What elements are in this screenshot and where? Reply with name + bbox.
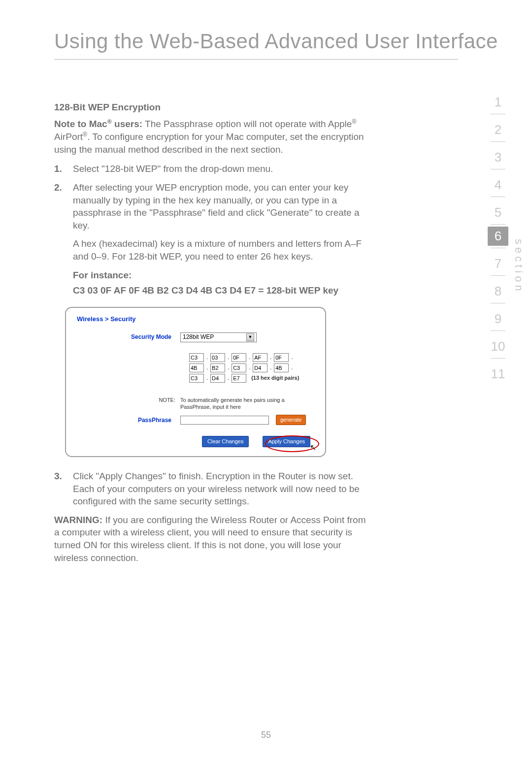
nav-item-9[interactable]: 9	[484, 305, 512, 329]
hex-input[interactable]: 4B	[274, 363, 289, 372]
nav-item-11[interactable]: 11	[484, 361, 512, 384]
breadcrumb: Wireless > Security	[77, 315, 314, 324]
note-mac-body2: AirPort	[54, 132, 83, 142]
warning: WARNING: If you are configuring the Wire…	[54, 514, 369, 564]
reg-icon: ®	[352, 118, 356, 125]
page-number: 55	[0, 730, 532, 740]
hex-input[interactable]: 0F	[232, 353, 246, 362]
step-3-body: Click "Apply Changes" to finish. Encrypt…	[73, 470, 369, 508]
note-mac: Note to Mac® users: The Passphrase optio…	[54, 118, 369, 156]
hex-input[interactable]: 4B	[189, 363, 204, 372]
security-figure: Wireless > Security Security Mode 128bit…	[65, 307, 326, 457]
generate-button[interactable]: generate	[276, 415, 306, 425]
title-rule	[54, 59, 458, 60]
hex-note: (13 hex digit pairs)	[251, 374, 299, 382]
step-2a: After selecting your WEP encryption mode…	[73, 181, 369, 232]
step-2b: A hex (hexadecimal) key is a mixture of …	[73, 237, 369, 263]
section-label: section	[512, 239, 525, 294]
nav-item-4[interactable]: 4	[484, 171, 512, 195]
step-2: 2. After selecting your WEP encryption m…	[54, 181, 369, 297]
note-mac-label: Note to Mac	[54, 119, 107, 129]
chevron-down-icon[interactable]: ▼	[246, 333, 254, 341]
clear-changes-button[interactable]: Clear Changes	[202, 436, 249, 447]
section-nav: 1 2 3 4 5 6 7 8 9 10 11	[484, 89, 512, 384]
reg-icon: ®	[83, 131, 87, 138]
step-2-num: 2.	[54, 181, 73, 297]
security-mode-select[interactable]: 128bit WEP ▼	[180, 332, 257, 342]
main-content: 128-Bit WEP Encryption Note to Mac® user…	[54, 101, 369, 571]
hex-input[interactable]: E7	[232, 374, 246, 383]
security-mode-value: 128bit WEP	[183, 333, 214, 341]
hex-input[interactable]: D4	[210, 374, 225, 383]
hex-row-2: 4B. B2. C3. D4. 4B.	[189, 363, 314, 372]
nav-item-8[interactable]: 8	[484, 278, 512, 301]
hex-key-grid: C3. 03. 0F. AF. 0F. 4B. B2. C3. D4. 4B. …	[189, 353, 314, 383]
nav-item-2[interactable]: 2	[484, 116, 512, 139]
step-3: 3. Click "Apply Changes" to finish. Encr…	[54, 470, 369, 508]
nav-item-1[interactable]: 1	[484, 89, 512, 112]
action-buttons: Clear Changes Apply Changes	[77, 436, 314, 447]
nav-item-6[interactable]: 6	[488, 227, 508, 246]
hex-row-1: C3. 03. 0F. AF. 0F.	[189, 353, 314, 362]
note-mac-body3: . To configure encryption for your Mac c…	[54, 132, 364, 155]
hex-input[interactable]: 0F	[274, 353, 289, 362]
note-label: NOTE:	[77, 396, 180, 411]
for-instance: For instance:	[73, 269, 369, 282]
hex-input[interactable]: C3	[189, 353, 204, 362]
hex-input[interactable]: B2	[210, 363, 225, 372]
security-mode-row: Security Mode 128bit WEP ▼	[77, 332, 314, 342]
note-mac-body1: The Passphrase option will not operate w…	[142, 119, 352, 129]
section-heading: 128-Bit WEP Encryption	[54, 101, 369, 114]
passphrase-label: PassPhrase	[77, 416, 180, 424]
step-1: 1. Select "128-bit WEP" from the drop-do…	[54, 163, 369, 175]
step-3-num: 3.	[54, 470, 73, 508]
key-example: C3 03 0F AF 0F 4B B2 C3 D4 4B C3 D4 E7 =…	[73, 284, 369, 297]
nav-item-7[interactable]: 7	[484, 250, 512, 273]
passphrase-row: PassPhrase generate	[77, 415, 314, 425]
step-2-body: After selecting your WEP encryption mode…	[73, 181, 369, 297]
hex-input[interactable]: C3	[232, 363, 246, 372]
reg-icon: ®	[107, 118, 112, 125]
step-1-num: 1.	[54, 163, 73, 175]
hex-input[interactable]: AF	[253, 353, 267, 362]
hex-input[interactable]: D4	[253, 363, 267, 372]
hex-input[interactable]: C3	[189, 374, 204, 383]
security-mode-label: Security Mode	[77, 333, 180, 341]
hex-row-3: C3. D4. E7 (13 hex digit pairs)	[189, 374, 314, 383]
note-text: To automatically generate hex pairs usin…	[180, 396, 308, 411]
warning-label: WARNING:	[54, 515, 102, 525]
passphrase-input[interactable]	[180, 416, 269, 425]
note-row: NOTE: To automatically generate hex pair…	[77, 396, 314, 411]
nav-item-3[interactable]: 3	[484, 144, 512, 167]
apply-changes-button[interactable]: Apply Changes	[263, 436, 310, 447]
step-1-body: Select "128-bit WEP" from the drop-down …	[73, 163, 369, 175]
page-title: Using the Web-Based Advanced User Interf…	[54, 30, 498, 53]
hex-input[interactable]: 03	[210, 353, 225, 362]
nav-item-5[interactable]: 5	[484, 199, 512, 222]
nav-item-10[interactable]: 10	[484, 333, 512, 356]
note-mac-suffix: users:	[112, 119, 142, 129]
